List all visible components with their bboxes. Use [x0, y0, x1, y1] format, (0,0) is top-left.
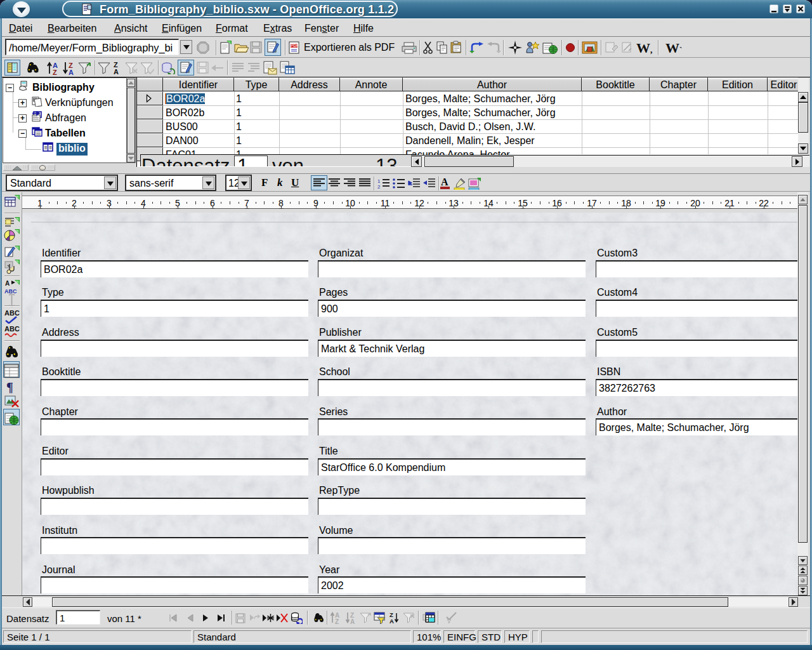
svg-text:A: A	[69, 69, 74, 75]
svg-text:A: A	[350, 618, 355, 624]
svg-text:PDF: PDF	[291, 43, 299, 48]
svg-text:ABC: ABC	[4, 325, 20, 333]
svg-text:ABC: ABC	[4, 309, 20, 317]
svg-text:A: A	[390, 618, 394, 624]
svg-text:2: 2	[377, 184, 381, 189]
svg-text:A: A	[114, 68, 119, 75]
svg-text:1: 1	[377, 178, 381, 184]
svg-text:¶: ¶	[6, 380, 13, 394]
svg-text:Z: Z	[335, 618, 339, 624]
svg-text:Z: Z	[53, 69, 57, 75]
svg-text:A: A	[5, 280, 10, 287]
